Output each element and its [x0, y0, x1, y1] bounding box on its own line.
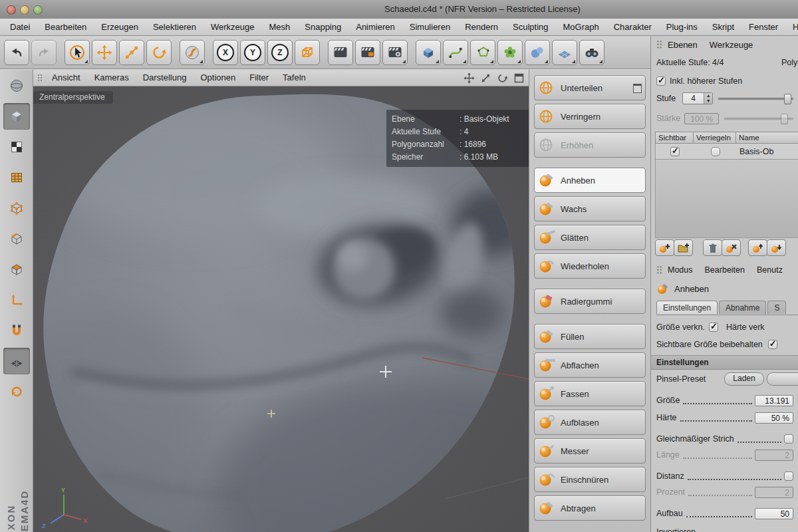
tab-abnahme[interactable]: Abnahme — [719, 301, 766, 314]
lock-y-axis-button[interactable]: Y — [240, 40, 265, 65]
tool-abflachen[interactable]: Abflachen — [534, 352, 646, 378]
tab-bearbeiten[interactable]: Bearbeiten — [705, 265, 745, 275]
model-mode-button[interactable] — [3, 103, 30, 130]
level-slider[interactable] — [718, 93, 793, 104]
tool-verringern[interactable]: Verringern — [534, 104, 646, 129]
menu-animieren[interactable]: Animieren — [348, 22, 402, 32]
close-window-button[interactable] — [7, 5, 16, 15]
strength-slider[interactable] — [724, 113, 793, 124]
enable-axis-button[interactable] — [3, 287, 30, 313]
menu-bearbeiten[interactable]: Bearbeiten — [37, 22, 94, 32]
move-tool-button[interactable] — [92, 40, 117, 65]
include-higher-checkbox[interactable] — [656, 76, 666, 86]
redo-button[interactable] — [31, 40, 57, 65]
tab-ebenen[interactable]: Ebenen — [668, 40, 698, 50]
render-to-picture-viewer-button[interactable] — [355, 40, 380, 65]
viewport-lock-button[interactable] — [3, 378, 30, 405]
menu-snapping[interactable]: Snapping — [297, 22, 348, 32]
add-camera-button[interactable] — [579, 40, 604, 65]
workplane-button[interactable] — [3, 348, 30, 374]
menu-erzeugen[interactable]: Erzeugen — [94, 22, 146, 32]
tool-anheben[interactable]: Anheben — [534, 168, 646, 193]
panel-grip-icon[interactable] — [656, 40, 662, 49]
render-view-button[interactable] — [328, 40, 353, 65]
tab-stempel[interactable]: S — [767, 301, 786, 314]
percent-input[interactable]: 2 — [755, 487, 793, 498]
menu-datei[interactable]: Datei — [3, 22, 37, 32]
size-input[interactable]: 13.191 — [755, 395, 793, 406]
tool-fuellen[interactable]: Füllen — [534, 324, 646, 349]
add-cube-button[interactable] — [416, 40, 441, 65]
viewport-menu-kameras[interactable]: Kameras — [94, 72, 129, 82]
tool-messer[interactable]: Messer — [534, 438, 646, 464]
tab-modus[interactable]: Modus — [668, 265, 693, 275]
tool-radiergummi[interactable]: Radiergummi — [534, 289, 646, 314]
rotate-view-icon[interactable] — [495, 71, 509, 84]
size-link-checkbox[interactable] — [709, 323, 718, 332]
live-selection-button[interactable] — [65, 40, 90, 65]
viewport-menu-filter[interactable]: Filter — [249, 72, 269, 82]
viewport-menu-optionen[interactable]: Optionen — [200, 72, 235, 82]
level-stepper-icon[interactable]: ▲▼ — [704, 93, 712, 104]
edges-mode-button[interactable] — [3, 225, 30, 252]
add-floor-button[interactable] — [552, 40, 577, 65]
convert-selection-button[interactable] — [3, 72, 30, 99]
menu-sculpting[interactable]: Sculpting — [505, 22, 555, 32]
add-spline-button[interactable] — [443, 40, 468, 65]
level-dropdown[interactable]: 4 ▲▼ — [682, 92, 713, 104]
menu-selektieren[interactable]: Selektieren — [146, 22, 203, 32]
viewport-menu-tafeln[interactable]: Tafeln — [283, 72, 306, 82]
length-input[interactable]: 2 — [755, 450, 793, 461]
hardness-input[interactable]: 50 % — [755, 412, 793, 424]
snapping-magnet-button[interactable] — [3, 317, 30, 344]
menu-werkzeuge[interactable]: Werkzeuge — [203, 22, 262, 32]
viewport-grip-icon[interactable] — [37, 74, 43, 82]
strength-value[interactable]: 100 % — [684, 113, 719, 124]
col-verriegeln[interactable]: Verriegeln — [694, 132, 736, 144]
detach-dialog-icon[interactable] — [633, 84, 642, 93]
distance-checkbox[interactable] — [784, 471, 793, 481]
add-polygon-button[interactable] — [470, 40, 495, 65]
tool-abtragen[interactable]: Abtragen — [534, 495, 646, 521]
layer-row-basis[interactable]: Basis-Ob — [655, 144, 798, 160]
viewport-canvas[interactable]: Y X Z Zentralperspektive EbeneBasis-Obje… — [33, 86, 529, 532]
add-mograph-button[interactable] — [497, 40, 523, 65]
steady-stroke-checkbox[interactable] — [784, 434, 793, 444]
tab-einstellungen[interactable]: Einstellungen — [656, 301, 718, 314]
menu-hilfe[interactable]: Hilfe — [785, 22, 798, 32]
minimize-window-button[interactable] — [20, 5, 29, 15]
sculpt-brush-button[interactable] — [180, 40, 205, 65]
add-folder-button[interactable] — [674, 239, 693, 256]
lock-z-axis-button[interactable]: Z — [267, 40, 293, 65]
pan-view-icon[interactable] — [462, 71, 475, 84]
menu-charakter[interactable]: Charakter — [606, 22, 659, 32]
tab-werkzeuge[interactable]: Werkzeuge — [710, 40, 753, 50]
keep-size-checkbox[interactable] — [768, 340, 777, 349]
col-name[interactable]: Name — [736, 132, 798, 144]
clear-layer-button[interactable] — [722, 239, 741, 256]
coordinate-system-button[interactable] — [295, 40, 320, 65]
tool-aufblasen[interactable]: Aufblasen — [534, 410, 646, 435]
menu-simulieren[interactable]: Simulieren — [402, 22, 458, 32]
zoom-view-icon[interactable] — [479, 71, 492, 84]
tool-unterteilen[interactable]: Unterteilen — [534, 75, 646, 100]
add-layer-button[interactable] — [655, 239, 674, 256]
col-sichtbar[interactable]: Sichtbar — [655, 132, 694, 144]
texture-mode-button[interactable] — [3, 134, 30, 160]
tool-einschnueren[interactable]: Einschnüren — [534, 467, 646, 492]
scale-tool-button[interactable] — [119, 40, 144, 65]
undo-button[interactable] — [4, 40, 29, 65]
zoom-window-button[interactable] — [33, 5, 43, 15]
attr-grip-icon[interactable] — [656, 265, 662, 275]
menu-fenster[interactable]: Fenster — [741, 22, 785, 32]
camera-label[interactable]: Zentralperspektive — [33, 91, 113, 104]
mask-layer-button[interactable] — [748, 239, 767, 256]
delete-layer-button[interactable] — [703, 239, 722, 256]
layer-lock-checkbox[interactable] — [711, 147, 720, 156]
settings-section-header[interactable]: Einstellungen — [651, 355, 798, 370]
menu-plugins[interactable]: Plug-ins — [659, 22, 705, 32]
menu-mesh[interactable]: Mesh — [261, 22, 297, 32]
invert-mask-button[interactable] — [767, 239, 786, 256]
tool-wiederholen[interactable]: Wiederholen — [534, 253, 646, 279]
viewport-menu-ansicht[interactable]: Ansicht — [52, 72, 80, 82]
